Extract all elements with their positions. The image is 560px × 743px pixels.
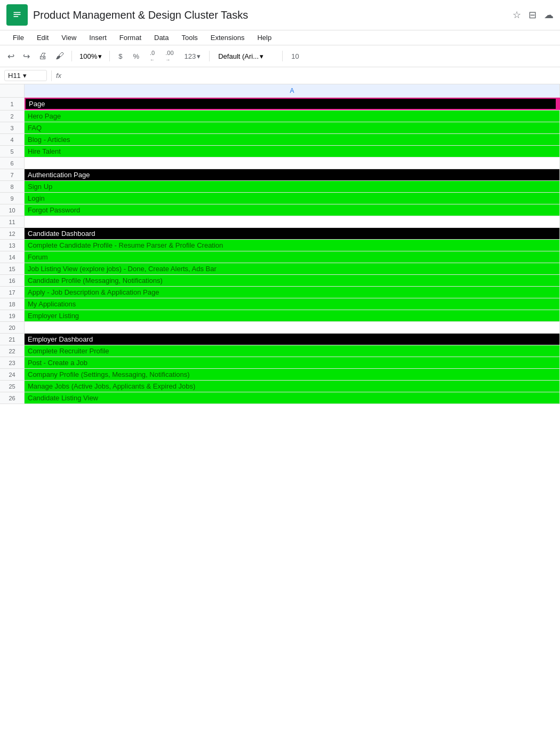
table-row: 4Blog - Articles [0,134,560,146]
menu-edit[interactable]: Edit [31,31,54,44]
formula-input[interactable] [66,75,556,77]
rows-container: 1Page2Hero Page3FAQ4Blog - Articles5Hire… [0,98,560,404]
paint-format-button[interactable]: 🖌 [52,49,67,63]
number-format-dropdown: ▾ [197,52,201,60]
table-row: 6 [0,157,560,169]
toolbar-separator-1 [71,51,72,61]
table-row: 14Forum [0,251,560,263]
cell-a16[interactable]: Candidate Profile (Messaging, Notificati… [25,275,560,286]
table-row: 11 [0,216,560,228]
row-number: 5 [0,146,25,157]
cell-a22[interactable]: Complete Recruiter Profile [25,345,560,357]
folder-icon[interactable]: ⊟ [529,9,537,21]
star-icon[interactable]: ☆ [513,9,521,21]
table-row: 21Employer Dashboard [0,334,560,345]
col-header-a[interactable]: A [25,84,560,97]
toolbar-separator-4 [282,51,283,61]
row-number: 12 [0,228,25,239]
cell-a1[interactable]: Page [25,98,557,110]
title-actions: ☆ ⊟ ☁ [513,9,554,21]
currency-button[interactable]: $ [114,50,126,62]
cell-a10[interactable]: Forgot Password [25,204,560,216]
table-row: 25Manage Jobs (Active Jobs, Applicants &… [0,381,560,392]
cell-a19[interactable]: Employer Listing [25,310,560,321]
toolbar-separator-3 [209,51,210,61]
menu-tools[interactable]: Tools [176,31,203,44]
cell-a17[interactable]: Apply - Job Description & Application Pa… [25,287,560,298]
svg-rect-1 [14,12,21,13]
app-title: Product Management & Design Cluster Task… [33,9,507,21]
cell-a12[interactable]: Candidate Dashboard [25,228,560,239]
row-number: 18 [0,298,25,310]
cell-a25[interactable]: Manage Jobs (Active Jobs, Applicants & E… [25,381,560,392]
menu-data[interactable]: Data [149,31,174,44]
menu-format[interactable]: Format [114,31,147,44]
row-number: 15 [0,263,25,274]
menu-file[interactable]: File [7,31,29,44]
table-row: 7Authentication Page [0,169,560,181]
zoom-dropdown-icon: ▾ [98,52,102,60]
row-number: 21 [0,334,25,345]
cell-a13[interactable]: Complete Candidate Profile - Resume Pars… [25,240,560,251]
percent-button[interactable]: % [129,50,143,62]
cell-a18[interactable]: My Applications [25,298,560,310]
cell-a2[interactable]: Hero Page [25,110,560,122]
cell-a4[interactable]: Blog - Articles [25,134,560,145]
table-row: 12Candidate Dashboard [0,228,560,240]
font-size-selector[interactable]: 10 [287,50,303,62]
cell-a21[interactable]: Employer Dashboard [25,334,560,345]
table-row: 13Complete Candidate Profile - Resume Pa… [0,240,560,251]
cell-a3[interactable]: FAQ [25,122,560,133]
row-number: 14 [0,251,25,263]
svg-rect-2 [14,14,21,15]
row-number: 1 [0,98,25,110]
font-name: Default (Ari... [218,52,259,60]
cell-a6[interactable] [25,157,560,169]
menu-extensions[interactable]: Extensions [205,31,250,44]
cell-a20[interactable] [25,322,560,333]
table-row: 8Sign Up [0,181,560,193]
table-row: 10Forgot Password [0,204,560,216]
menu-insert[interactable]: Insert [84,31,112,44]
cell-a26[interactable]: Candidate Listing View [25,392,560,404]
table-row: 9Login [0,193,560,204]
cell-a14[interactable]: Forum [25,251,560,263]
table-row: 1Page [0,98,560,110]
fx-label: fx [56,72,61,80]
column-header-row: A [0,84,560,98]
row-number: 2 [0,110,25,122]
menu-view[interactable]: View [56,31,82,44]
font-selector[interactable]: Default (Ari... ▾ [214,51,278,61]
cell-a24[interactable]: Company Profile (Settings, Messaging, No… [25,369,560,380]
row-number: 13 [0,240,25,251]
cell-a11[interactable] [25,216,560,227]
menu-help[interactable]: Help [252,31,277,44]
number-format-label: 123 [185,52,196,60]
redo-button[interactable]: ↪ [20,49,33,64]
cell-a7[interactable]: Authentication Page [25,169,560,180]
spreadsheet: A 1Page2Hero Page3FAQ4Blog - Articles5Hi… [0,84,560,404]
cell-a9[interactable]: Login [25,193,560,204]
decimal-less-button[interactable]: .0← [146,48,159,65]
decimal-more-button[interactable]: .00→ [161,48,178,65]
table-row: 20 [0,322,560,334]
cell-a8[interactable]: Sign Up [25,181,560,192]
row-number: 25 [0,381,25,392]
row-number: 4 [0,134,25,145]
table-row: 3FAQ [0,122,560,134]
zoom-selector[interactable]: 100% ▾ [76,51,105,61]
cell-reference[interactable]: H11 ▾ [4,70,47,81]
number-format-button[interactable]: 123 ▾ [180,50,205,62]
undo-button[interactable]: ↩ [4,49,18,64]
table-row: 22Complete Recruiter Profile [0,345,560,357]
cell-a5[interactable]: Hire Talent [25,146,560,157]
cell-a15[interactable]: Job Listing View (explore jobs) - Done, … [25,263,560,274]
formula-separator [51,70,52,81]
cell-ref-dropdown: ▾ [23,72,27,80]
table-row: 2Hero Page [0,110,560,122]
print-button[interactable]: 🖨 [35,49,50,63]
font-dropdown-icon: ▾ [260,52,263,60]
row-number: 17 [0,287,25,298]
cell-a23[interactable]: Post - Create a Job [25,357,560,368]
cloud-icon[interactable]: ☁ [544,9,554,21]
